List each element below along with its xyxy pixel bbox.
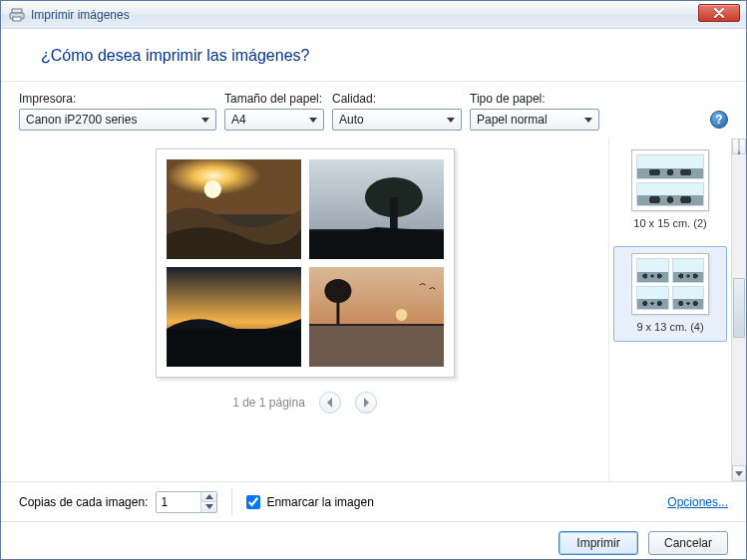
fit-frame-checkbox[interactable]: Enmarcar la imagen [246,495,373,509]
svg-rect-4 [167,159,301,214]
scroll-up-button[interactable] [732,139,746,154]
chevron-up-icon [738,139,740,154]
chevron-right-icon [362,398,370,408]
close-button[interactable] [698,4,740,22]
printer-label: Impresora: [19,92,216,106]
main-area: 1 de 1 página 10 x 15 cm. (2) 9 x 13 cm.… [1,139,746,481]
window-title: Imprimir imágenes [31,8,130,22]
page-indicator: 1 de 1 página [232,396,305,410]
layout-sidebar: 10 x 15 cm. (2) 9 x 13 cm. (4) [608,139,746,481]
print-button[interactable]: Imprimir [559,531,638,555]
titlebar: Imprimir imágenes [1,1,746,29]
scroll-thumb[interactable] [733,278,745,338]
layout-option[interactable]: 9 x 13 cm. (4) [613,246,727,342]
layout-thumb-icon [631,149,709,211]
svg-point-14 [395,309,407,321]
layout-option-label: 9 x 13 cm. (4) [616,321,724,333]
page-preview [156,148,455,378]
chevron-up-icon [205,494,213,499]
pager: 1 de 1 página [232,392,377,414]
quality-label: Calidad: [332,92,462,106]
print-pictures-dialog: Imprimir imágenes ¿Cómo desea imprimir l… [0,0,747,560]
printer-select[interactable]: Canon iP2700 series [19,109,216,131]
preview-image [167,159,301,259]
paper-type-label: Tipo de papel: [470,92,599,106]
options-link[interactable]: Opciones... [667,495,728,509]
prev-page-button[interactable] [319,392,341,414]
layout-thumb-icon [631,253,709,315]
fit-frame-label: Enmarcar la imagen [266,495,373,509]
paper-type-select[interactable]: Papel normal [470,109,599,131]
printer-icon [9,7,25,23]
paper-size-label: Tamaño del papel: [224,92,324,106]
divider [231,488,232,515]
svg-rect-0 [12,9,22,13]
layout-option[interactable] [613,350,727,390]
next-page-button[interactable] [355,392,377,414]
scroll-down-button[interactable] [732,465,746,481]
cancel-button[interactable]: Cancelar [648,531,728,555]
chevron-down-icon [735,471,743,476]
layout-option[interactable]: 10 x 15 cm. (2) [613,142,727,238]
help-button[interactable]: ? [710,111,728,129]
copies-input[interactable] [157,492,200,512]
copies-up-button[interactable] [201,492,216,503]
chevron-left-icon [326,398,334,408]
close-icon [713,8,725,18]
header: ¿Cómo desea imprimir las imágenes? [1,29,746,82]
action-bar: Imprimir Cancelar [1,521,746,560]
svg-point-15 [324,279,351,303]
paper-size-select[interactable]: A4 [224,109,324,131]
quality-select[interactable]: Auto [332,109,462,131]
copies-stepper[interactable] [156,491,217,513]
svg-rect-11 [167,329,301,367]
svg-rect-2 [13,17,21,21]
fit-frame-input[interactable] [246,495,260,509]
chevron-down-icon [205,504,213,509]
preview-column: 1 de 1 página [1,139,608,481]
svg-point-5 [203,180,220,198]
header-question: ¿Cómo desea imprimir las imágenes? [41,47,746,65]
preview-image [309,267,444,367]
layout-option-label: 10 x 15 cm. (2) [616,217,724,229]
help-icon: ? [715,113,722,127]
options-bar: Copias de cada imagen: Enmarcar la image… [1,481,746,521]
copies-label: Copias de cada imagen: [19,495,148,509]
settings-row: Impresora: Canon iP2700 series Tamaño de… [1,82,746,139]
copies-down-button[interactable] [201,502,216,512]
preview-image [309,159,444,259]
layout-scrollbar[interactable] [731,139,746,481]
svg-rect-13 [309,325,444,367]
preview-image [167,267,301,367]
